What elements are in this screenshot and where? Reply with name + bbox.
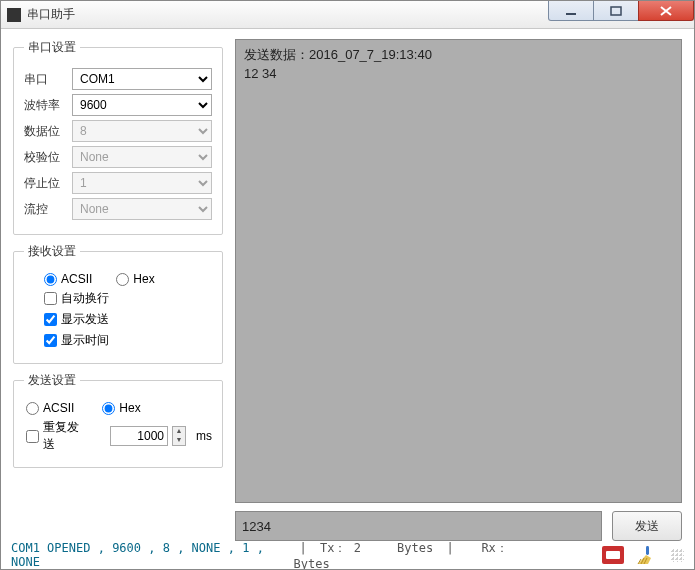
send-input[interactable]: 1234 bbox=[235, 511, 602, 541]
interval-unit: ms bbox=[196, 429, 212, 443]
connection-icon[interactable] bbox=[602, 546, 624, 564]
receive-textarea[interactable]: 发送数据：2016_07_7_19:13:40 12 34 bbox=[235, 39, 682, 503]
rx-line: 12 34 bbox=[244, 65, 673, 84]
send-ascii-radio[interactable]: ACSII bbox=[26, 401, 74, 415]
svg-rect-2 bbox=[646, 546, 649, 555]
send-settings-group: 发送设置 ACSII Hex 重复发送 ▲▼ ms bbox=[13, 372, 223, 468]
recv-settings-group: 接收设置 ACSII Hex 自动换行 显示发送 显示时间 bbox=[13, 243, 223, 364]
baud-select[interactable]: 9600 bbox=[72, 94, 212, 116]
status-rx-label: Rx： bbox=[481, 541, 507, 555]
maximize-button[interactable] bbox=[593, 1, 639, 21]
recv-settings-legend: 接收设置 bbox=[24, 243, 80, 260]
parity-select[interactable]: None bbox=[72, 146, 212, 168]
close-icon bbox=[659, 5, 673, 17]
svg-rect-1 bbox=[611, 7, 621, 15]
close-button[interactable] bbox=[638, 1, 694, 21]
status-bytes: Bytes bbox=[294, 557, 330, 571]
app-icon bbox=[7, 8, 21, 22]
repeat-send-checkbox[interactable]: 重复发送 bbox=[26, 419, 90, 453]
minimize-icon bbox=[565, 5, 577, 17]
send-button[interactable]: 发送 bbox=[612, 511, 682, 541]
status-connection: COM1 OPENED , 9600 , 8 , NONE , 1 , NONE bbox=[11, 541, 294, 569]
main-content: 串口设置 串口 COM1 波特率 9600 数据位 8 校验位 None 停止位… bbox=[1, 29, 694, 541]
autowrap-checkbox[interactable]: 自动换行 bbox=[44, 290, 109, 307]
settings-column: 串口设置 串口 COM1 波特率 9600 数据位 8 校验位 None 停止位… bbox=[13, 39, 223, 541]
status-bytes: Bytes bbox=[397, 541, 433, 555]
stopbits-select[interactable]: 1 bbox=[72, 172, 212, 194]
app-title: 串口助手 bbox=[27, 6, 75, 23]
title-bar: 串口助手 bbox=[1, 1, 694, 29]
port-label: 串口 bbox=[24, 71, 72, 88]
repeat-interval-stepper[interactable]: ▲▼ bbox=[172, 426, 186, 446]
io-column: 发送数据：2016_07_7_19:13:40 12 34 1234 发送 bbox=[235, 39, 682, 541]
flow-select[interactable]: None bbox=[72, 198, 212, 220]
repeat-interval-input[interactable] bbox=[110, 426, 168, 446]
send-settings-legend: 发送设置 bbox=[24, 372, 80, 389]
recv-ascii-radio[interactable]: ACSII bbox=[44, 272, 92, 286]
resize-grip[interactable] bbox=[670, 548, 684, 562]
status-tx-value: 2 bbox=[354, 541, 361, 555]
serial-settings-legend: 串口设置 bbox=[24, 39, 80, 56]
rx-line: 发送数据：2016_07_7_19:13:40 bbox=[244, 46, 673, 65]
showtime-checkbox[interactable]: 显示时间 bbox=[44, 332, 109, 349]
status-tx-label: Tx： bbox=[320, 541, 346, 555]
maximize-icon bbox=[610, 5, 622, 17]
status-bar: COM1 OPENED , 9600 , 8 , NONE , 1 , NONE… bbox=[1, 541, 694, 569]
parity-label: 校验位 bbox=[24, 149, 72, 166]
port-select[interactable]: COM1 bbox=[72, 68, 212, 90]
flow-label: 流控 bbox=[24, 201, 72, 218]
recv-hex-radio[interactable]: Hex bbox=[116, 272, 154, 286]
clear-icon[interactable] bbox=[634, 544, 656, 566]
window-buttons bbox=[549, 1, 694, 28]
minimize-button[interactable] bbox=[548, 1, 594, 21]
baud-label: 波特率 bbox=[24, 97, 72, 114]
showsend-checkbox[interactable]: 显示发送 bbox=[44, 311, 109, 328]
databits-label: 数据位 bbox=[24, 123, 72, 140]
serial-settings-group: 串口设置 串口 COM1 波特率 9600 数据位 8 校验位 None 停止位… bbox=[13, 39, 223, 235]
stopbits-label: 停止位 bbox=[24, 175, 72, 192]
svg-rect-0 bbox=[566, 13, 576, 15]
send-hex-radio[interactable]: Hex bbox=[102, 401, 140, 415]
databits-select[interactable]: 8 bbox=[72, 120, 212, 142]
